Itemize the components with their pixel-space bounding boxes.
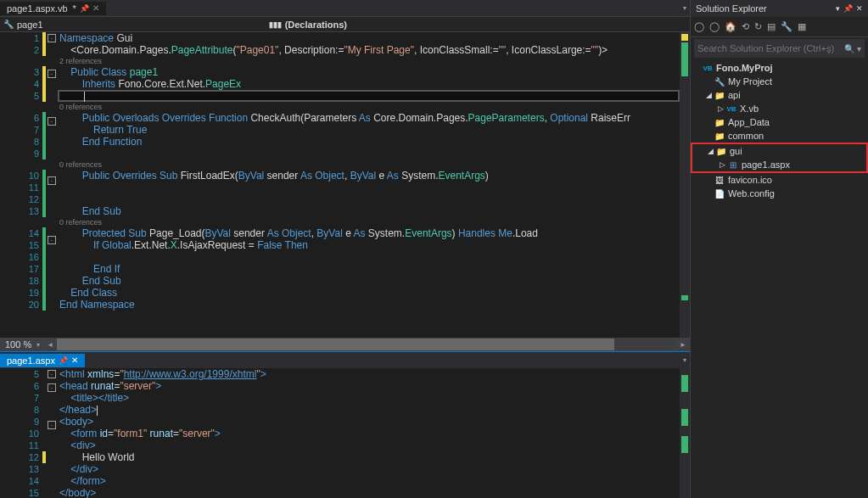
- expand-icon[interactable]: ◢: [704, 91, 713, 99]
- tab-bar-top: page1.aspx.vb* 📌 ✕ ▾: [0, 0, 690, 17]
- code-editor-top[interactable]: 1 2 3 4 5 6 7 8 9 10 11 12 13 14 15 16: [0, 32, 690, 338]
- tab-overflow-icon[interactable]: ▾: [683, 4, 686, 12]
- nav-right-dropdown[interactable]: ▮▮▮ (Declarations): [269, 20, 347, 30]
- modified-marker: *: [73, 3, 76, 14]
- wrench-icon: 🔧: [713, 77, 726, 87]
- show-all-icon[interactable]: ▦: [798, 21, 806, 32]
- tree-xvb[interactable]: ▷ VB X.vb: [691, 102, 868, 115]
- tree-label: common: [728, 131, 764, 141]
- tree-label: page1.aspx: [742, 159, 790, 170]
- search-box[interactable]: 🔍 ▾: [694, 39, 865, 58]
- zoom-scrollbar: 100 % ▾ ◄ ►: [0, 338, 690, 351]
- tree-api[interactable]: ◢ 📁 api: [691, 88, 868, 102]
- sidebar-header: Solution Explorer ▾ 📌 ✕: [691, 0, 868, 17]
- tree-root[interactable]: VB Fono.MyProj: [691, 61, 868, 75]
- tree-label: gui: [730, 146, 742, 156]
- image-file-icon: 🖼: [713, 176, 726, 185]
- fold-gutter-bottom[interactable]: - - -: [46, 368, 58, 498]
- line-gutter: 1 2 3 4 5 6 7 8 9 10 11 12 13 14 15 16: [0, 32, 42, 338]
- search-icon[interactable]: 🔍 ▾: [844, 44, 861, 53]
- tab-label: page1.aspx: [7, 355, 55, 366]
- nav-right-label: (Declarations): [285, 20, 347, 30]
- vb-project-icon: VB: [701, 64, 714, 72]
- tree-label: App_Data: [728, 117, 770, 127]
- tree-page1aspx[interactable]: ▷ ⊞ page1.aspx: [692, 158, 866, 171]
- code-content-top[interactable]: Namespace Gui <Core.Domain.Pages.PageAtt…: [58, 32, 680, 338]
- horizontal-scrollbar[interactable]: [57, 339, 676, 350]
- scroll-right-icon[interactable]: ►: [676, 341, 690, 349]
- nav-left[interactable]: page1: [17, 20, 43, 30]
- solution-tree[interactable]: VB Fono.MyProj 🔧 My Project ◢ 📁 api ▷ VB…: [691, 59, 868, 202]
- tab-page1-aspx[interactable]: page1.aspx 📌 ✕: [0, 354, 85, 367]
- close-icon[interactable]: ✕: [71, 355, 78, 365]
- tree-label: X.vb: [740, 104, 759, 114]
- tree-favicon[interactable]: 🖼 favicon.ico: [691, 173, 868, 187]
- vb-file-icon: VB: [725, 105, 738, 113]
- fold-gutter[interactable]: - - - - -: [46, 32, 58, 338]
- sidebar-title: Solution Explorer: [696, 3, 836, 14]
- tree-label: api: [728, 90, 741, 100]
- tree-common[interactable]: 📁 common: [691, 129, 868, 143]
- tree-label: Web.config: [728, 188, 775, 199]
- tab-overflow-icon[interactable]: ▾: [683, 356, 686, 364]
- tree-label: My Project: [728, 76, 772, 87]
- code-content-bottom[interactable]: <html xmlns="http://www.w3.org/1999/xhtm…: [58, 368, 680, 498]
- tree-gui[interactable]: ◢ 📁 gui: [692, 144, 866, 158]
- pin-icon[interactable]: 📌: [59, 356, 68, 365]
- folder-icon: 📁: [713, 118, 726, 127]
- zoom-level[interactable]: 100 %: [0, 339, 36, 350]
- folder-icon: 📁: [714, 147, 728, 156]
- dropdown-icon[interactable]: ▾: [836, 4, 840, 13]
- declarations-icon: ▮▮▮: [269, 20, 282, 29]
- search-input[interactable]: [697, 43, 844, 53]
- expand-icon[interactable]: ▷: [716, 104, 725, 113]
- properties-icon[interactable]: 🔧: [781, 21, 792, 32]
- refresh-icon[interactable]: ↻: [754, 21, 762, 32]
- folder-icon: 📁: [713, 91, 726, 100]
- tab-label: page1.aspx.vb: [7, 3, 68, 14]
- solution-explorer: Solution Explorer ▾ 📌 ✕ ◯ ◯ 🏠 ⟲ ↻ ▤ 🔧 ▦ …: [690, 0, 868, 498]
- class-icon: 🔧: [3, 20, 14, 29]
- overview-ruler[interactable]: [680, 32, 690, 338]
- pin-icon[interactable]: 📌: [843, 4, 853, 13]
- tab-page1-vb[interactable]: page1.aspx.vb* 📌 ✕: [0, 2, 106, 15]
- aspx-file-icon: ⊞: [726, 160, 740, 170]
- back-icon[interactable]: ◯: [694, 21, 704, 32]
- pin-icon[interactable]: 📌: [80, 4, 89, 13]
- expand-icon[interactable]: ◢: [706, 147, 714, 155]
- close-icon[interactable]: ✕: [856, 4, 863, 13]
- solution-toolbar: ◯ ◯ 🏠 ⟲ ↻ ▤ 🔧 ▦: [691, 17, 868, 37]
- tree-appdata[interactable]: 📁 App_Data: [691, 115, 868, 129]
- navigation-bar: 🔧 page1 ▮▮▮ (Declarations): [0, 17, 690, 32]
- scroll-left-icon[interactable]: ◄: [43, 341, 57, 349]
- close-icon[interactable]: ✕: [92, 3, 99, 13]
- home-icon[interactable]: 🏠: [725, 21, 736, 32]
- tree-label: Fono.MyProj: [716, 63, 773, 73]
- code-editor-bottom[interactable]: 5 6 7 8 9 10 11 12 13 14 15 16 17 - -: [0, 368, 690, 498]
- forward-icon[interactable]: ◯: [709, 21, 720, 32]
- line-gutter-bottom: 5 6 7 8 9 10 11 12 13 14 15 16 17: [0, 368, 42, 498]
- tree-label: favicon.ico: [728, 175, 772, 185]
- expand-icon[interactable]: ▷: [718, 160, 726, 169]
- folder-icon: 📁: [713, 131, 726, 141]
- zoom-dropdown-icon[interactable]: ▾: [36, 341, 40, 349]
- tab-bar-bottom: page1.aspx 📌 ✕ ▾: [0, 351, 690, 368]
- tree-myproject[interactable]: 🔧 My Project: [691, 75, 868, 88]
- overview-ruler-bottom[interactable]: [680, 368, 690, 498]
- config-file-icon: 📄: [713, 189, 726, 199]
- highlighted-region: ◢ 📁 gui ▷ ⊞ page1.aspx: [691, 143, 868, 173]
- sync-icon[interactable]: ⟲: [742, 21, 749, 32]
- tree-webconfig[interactable]: 📄 Web.config: [691, 187, 868, 200]
- collapse-icon[interactable]: ▤: [767, 21, 776, 32]
